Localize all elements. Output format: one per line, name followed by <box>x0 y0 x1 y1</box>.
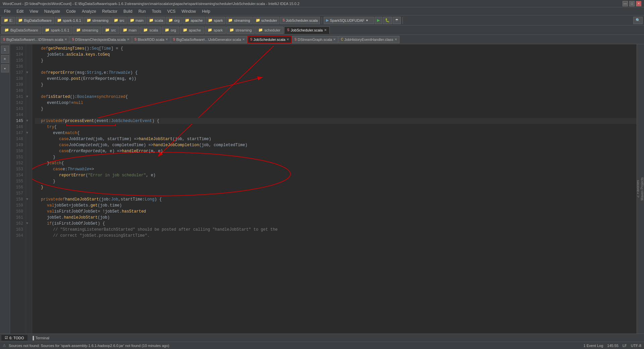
second-tab-bar: S BigDataSoftware\...\DStream.scala ✕ S … <box>0 35 644 44</box>
tab2-dstreamgraph[interactable]: S DStreamGraph.scala ✕ <box>292 36 338 43</box>
ln-146: 146 <box>11 124 23 130</box>
tab2-close-jobgenerator[interactable]: ✕ <box>242 38 245 41</box>
ln-151: 151 <box>11 154 23 160</box>
tab2-dstream[interactable]: S BigDataSoftware\...\DStream.scala ✕ <box>1 36 69 43</box>
tab-bigdatasoftware[interactable]: 📁 BigDataSoftware <box>1 26 41 34</box>
code-line-159: val jobSet = jobSets.get(job.time) <box>35 202 637 209</box>
toolbar-project-src[interactable]: 📁 src <box>111 17 127 24</box>
tab-jobscheduler-active[interactable]: S JobScheduler.scala ✕ <box>284 26 330 34</box>
code-line-152: } catch { <box>35 160 637 166</box>
toolbar-project-streaming2[interactable]: 📁 streaming <box>226 17 252 24</box>
menu-analyze[interactable]: Analyze <box>79 8 99 14</box>
toolbar-current-file[interactable]: S JobScheduler.scala <box>280 17 320 24</box>
ln-157: 157 <box>11 190 23 196</box>
tab-streaming1[interactable]: 📁 streaming <box>73 26 101 34</box>
menu-file[interactable]: File <box>1 8 13 14</box>
tab-streaming2[interactable]: 📁 streaming <box>226 26 255 34</box>
menu-view[interactable]: View <box>27 8 41 14</box>
tab2-close-jobscheduler[interactable]: ✕ <box>286 38 289 41</box>
bottom-tab-terminal[interactable]: ▐ Terminal <box>28 335 53 341</box>
toolbar-project-org[interactable]: 📁 org <box>166 17 182 24</box>
ln-138: 138 <box>11 76 23 82</box>
right-panel-maven[interactable]: Maven Projects <box>640 175 644 203</box>
toolbar-project-apache[interactable]: 📁 apache <box>182 17 205 24</box>
menu-build[interactable]: Build <box>121 8 135 14</box>
tab2-blockrdd[interactable]: S BlockRDD.scala ✕ <box>132 36 170 43</box>
menu-vcs[interactable]: VCS <box>165 8 178 14</box>
ln-145: 145 <box>11 118 23 124</box>
toolbar-search-btn[interactable]: 🔍 <box>633 17 643 24</box>
tab2-close-dstream[interactable]: ✕ <box>64 38 67 41</box>
code-line-133: def getPendingTimes(): Seq[Time] = { <box>35 46 637 52</box>
toolbar-coverage-btn[interactable]: ☂ <box>393 17 401 24</box>
toolbar-project-streaming[interactable]: 📁 streaming <box>84 17 111 24</box>
main-layout: 1 ≡ ★ 133 134 135 136 137 138 139 140 14… <box>0 44 644 334</box>
tab-scheduler[interactable]: 📁 scheduler <box>255 26 283 34</box>
cursor-position: 145:55 <box>607 344 619 348</box>
tab-main[interactable]: 📁 main <box>120 26 140 34</box>
ln-144: 144 <box>11 112 23 118</box>
event-log-btn[interactable]: 1 Event Log <box>584 344 603 348</box>
tab-close-icon[interactable]: ✕ <box>324 28 327 32</box>
toolbar-project-bigdata[interactable]: 📁 BigDataSoftware <box>16 17 54 24</box>
toolbar-project-main[interactable]: 📁 main <box>127 17 146 24</box>
sidebar-project-icon[interactable]: 1 <box>1 46 9 54</box>
code-body[interactable]: def getPendingTimes(): Seq[Time] = { job… <box>32 44 637 334</box>
menu-run[interactable]: Run <box>136 8 149 14</box>
tab-apache[interactable]: 📁 apache <box>180 26 204 34</box>
tab2-close-dstreamcheckpoint[interactable]: ✕ <box>127 38 129 41</box>
bottom-tab-todo[interactable]: ☑ 6: TODO <box>1 335 28 341</box>
status-message: Sources not found: Sources for 'spark-as… <box>9 344 169 348</box>
tab2-jobscheduler[interactable]: S JobScheduler.scala ✕ <box>248 36 292 43</box>
code-line-134: jobSets.asScala.keys.toSeq <box>35 52 637 58</box>
ln-137: 137 <box>11 70 23 76</box>
tab-spark2[interactable]: 📁 spark <box>205 26 226 34</box>
toolbar-project-e[interactable]: 📁 E: <box>1 17 15 24</box>
ln-133: 133 <box>11 46 23 52</box>
toolbar-project-spark[interactable]: 📁 spark-1.6.1 <box>55 17 84 24</box>
tab2-jobgenerator[interactable]: S BigDataSoftware\...\JobGenerator.scala… <box>171 36 247 43</box>
toolbar: 📁 E: 📁 BigDataSoftware 📁 spark-1.6.1 📁 s… <box>0 15 644 25</box>
toolbar-debug-btn[interactable]: 🐛 <box>383 17 392 24</box>
menu-code[interactable]: Code <box>63 8 78 14</box>
tab2-jobhistory[interactable]: C JobHistoryEventHandler.class ✕ <box>338 36 399 43</box>
encoding: UTF-8 <box>631 344 641 348</box>
right-panel-favorites[interactable]: 2: Favorites <box>637 177 640 200</box>
minimize-button[interactable]: — <box>623 1 628 6</box>
tab2-dstreamcheckpoint[interactable]: S DStreamCheckpointData.scala ✕ <box>70 36 132 43</box>
status-bar: ⚠ Sources not found: Sources for 'spark-… <box>0 342 644 349</box>
left-sidebar: 1 ≡ ★ <box>0 44 10 334</box>
code-content: 133 134 135 136 137 138 139 140 141 142 … <box>10 44 637 334</box>
sidebar-structure-icon[interactable]: ≡ <box>1 55 9 63</box>
code-line-160: val isFirstJobOfJobSet = !jobSet.hasStar… <box>35 209 637 215</box>
menu-help[interactable]: Help <box>199 8 213 14</box>
code-line-155: } <box>35 178 637 184</box>
menu-refactor[interactable]: Refactor <box>100 8 120 14</box>
menu-edit[interactable]: Edit <box>14 8 26 14</box>
toolbar-project-spark2[interactable]: 📁 spark <box>206 17 225 24</box>
tab2-close-blockrdd[interactable]: ✕ <box>165 38 168 41</box>
tab-src[interactable]: 📁 src <box>102 26 119 34</box>
toolbar-sep2 <box>402 17 403 24</box>
tab-org[interactable]: 📁 org <box>162 26 179 34</box>
code-line-150: case ErrorReported(m, e) => handleError(… <box>35 148 637 154</box>
tab2-close-jobhistory[interactable]: ✕ <box>394 38 397 41</box>
toolbar-run-config[interactable]: ▶ SparkSQLUDFUDAF ▼ <box>324 17 374 24</box>
ln-161: 161 <box>11 215 23 221</box>
close-button[interactable]: ✕ <box>636 1 641 6</box>
menu-window[interactable]: Window <box>179 8 199 14</box>
tab-spark161[interactable]: 📁 spark-1.6.1 <box>42 26 72 34</box>
toolbar-project-scheduler[interactable]: 📁 scheduler <box>253 17 280 24</box>
tab2-close-dstreamgraph[interactable]: ✕ <box>333 38 336 41</box>
toolbar-run-btn[interactable]: ▶ <box>375 17 382 24</box>
line-numbers: 133 134 135 136 137 138 139 140 141 142 … <box>10 44 26 334</box>
sidebar-fav-icon[interactable]: ★ <box>1 64 9 72</box>
menu-navigate[interactable]: Navigate <box>42 8 63 14</box>
menu-tools[interactable]: Tools <box>149 8 164 14</box>
restore-button[interactable]: □ <box>629 1 635 6</box>
ln-140: 140 <box>11 88 23 94</box>
toolbar-project-scala[interactable]: 📁 scala <box>147 17 166 24</box>
ln-164: 164 <box>11 233 23 239</box>
ln-154: 154 <box>11 172 23 178</box>
tab-scala[interactable]: 📁 scala <box>140 26 161 34</box>
